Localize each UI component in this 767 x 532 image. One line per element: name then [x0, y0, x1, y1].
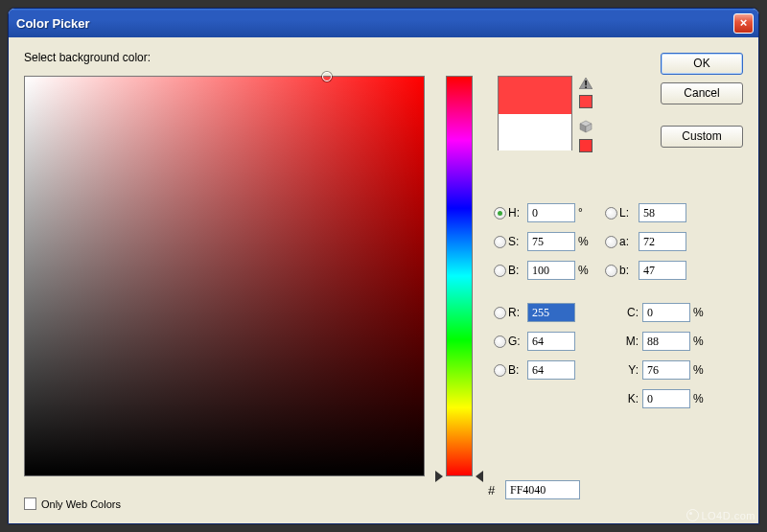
- warning-icon[interactable]: !: [579, 78, 593, 89]
- hash-icon: #: [488, 483, 505, 497]
- hex-row: #: [488, 480, 580, 499]
- radio-r[interactable]: [494, 307, 506, 319]
- label-y: Y:: [619, 363, 639, 377]
- dialog-content: Select background color: ! OK Cancel Cus…: [9, 37, 758, 523]
- cancel-button[interactable]: Cancel: [661, 82, 743, 104]
- hue-slider-thumb-left-icon[interactable]: [435, 471, 443, 482]
- only-web-colors-checkbox[interactable]: [24, 497, 36, 510]
- label-r: R:: [508, 306, 527, 319]
- svg-text:!: !: [584, 79, 588, 90]
- websafe-swatch[interactable]: [579, 139, 593, 152]
- prompt-label: Select background color:: [24, 51, 743, 64]
- only-web-colors-row: Only Web Colors: [24, 497, 121, 510]
- label-g: G:: [508, 335, 527, 348]
- gamut-warning-stack: !: [579, 78, 593, 152]
- label-b-lab: b:: [619, 264, 639, 277]
- unit-b-hsb: %: [578, 264, 595, 277]
- input-c[interactable]: [642, 303, 690, 322]
- swatch-new-color[interactable]: [499, 77, 571, 114]
- label-c: C:: [619, 306, 639, 319]
- label-a: a:: [619, 235, 639, 248]
- window-title: Color Picker: [16, 16, 733, 31]
- color-swatch: [498, 76, 572, 150]
- sv-cursor-icon[interactable]: [322, 72, 332, 81]
- swatch-previous-color[interactable]: [499, 114, 571, 150]
- ok-button[interactable]: OK: [661, 53, 743, 75]
- gamut-swatch[interactable]: [579, 95, 593, 108]
- button-stack: OK Cancel Custom: [661, 53, 743, 148]
- color-picker-dialog: Color Picker × Select background color: …: [8, 8, 759, 524]
- hex-input[interactable]: [505, 480, 580, 499]
- unit-m: %: [693, 335, 710, 348]
- input-b-lab[interactable]: [639, 261, 686, 280]
- cube-icon[interactable]: [579, 120, 593, 133]
- unit-h: °: [578, 206, 595, 220]
- radio-b-hsb[interactable]: [494, 265, 506, 277]
- watermark-logo-icon: [686, 509, 699, 521]
- radio-s[interactable]: [494, 236, 506, 248]
- unit-c: %: [693, 306, 710, 319]
- label-m: M:: [619, 335, 639, 348]
- input-l[interactable]: [639, 203, 686, 222]
- unit-y: %: [693, 363, 710, 377]
- titlebar[interactable]: Color Picker ×: [9, 9, 758, 37]
- label-k: K:: [619, 392, 639, 405]
- hue-slider[interactable]: [446, 76, 473, 476]
- label-s: S:: [508, 235, 527, 248]
- hue-slider-thumb-right-icon[interactable]: [476, 471, 483, 482]
- label-b-rgb: B:: [508, 363, 527, 377]
- input-y[interactable]: [642, 360, 690, 380]
- input-b-hsb[interactable]: [527, 261, 575, 280]
- radio-b-rgb[interactable]: [494, 364, 506, 377]
- input-h[interactable]: [527, 203, 575, 222]
- label-l: L:: [619, 206, 639, 220]
- only-web-colors-label: Only Web Colors: [41, 498, 121, 510]
- input-b-rgb[interactable]: [527, 360, 575, 380]
- label-h: H:: [508, 206, 527, 220]
- radio-l[interactable]: [605, 207, 617, 220]
- input-m[interactable]: [642, 332, 690, 351]
- input-g[interactable]: [527, 332, 575, 351]
- input-k[interactable]: [642, 389, 690, 408]
- label-b-hsb: B:: [508, 264, 527, 277]
- custom-button[interactable]: Custom: [661, 126, 743, 148]
- input-a[interactable]: [639, 232, 686, 251]
- radio-b-lab[interactable]: [605, 265, 617, 277]
- watermark: LO4D.com: [686, 508, 755, 522]
- radio-a[interactable]: [605, 236, 617, 248]
- radio-g[interactable]: [494, 335, 506, 348]
- numeric-fields: H: ° L: S: % a:: [494, 198, 743, 413]
- close-icon[interactable]: ×: [733, 13, 754, 34]
- input-s[interactable]: [527, 232, 575, 251]
- unit-k: %: [693, 392, 710, 405]
- radio-h[interactable]: [494, 207, 506, 220]
- unit-s: %: [578, 235, 595, 248]
- saturation-value-field[interactable]: [24, 76, 425, 476]
- input-r[interactable]: [527, 303, 575, 322]
